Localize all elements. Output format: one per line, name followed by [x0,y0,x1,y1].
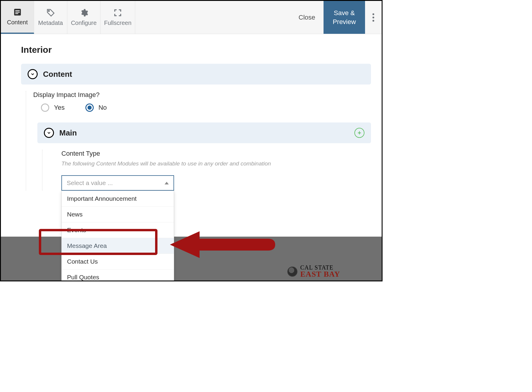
option-pull-quotes[interactable]: Pull Quotes [62,269,174,281]
option-contact-us[interactable]: Contact Us [62,254,174,269]
radio-yes[interactable]: Yes [41,103,65,112]
tab-configure[interactable]: Configure [67,1,101,34]
save-preview-button[interactable]: Save & Preview [324,1,365,34]
option-events[interactable]: Events [62,222,174,238]
content-type-select[interactable]: Select a value ... [61,175,174,191]
footer-logo: CAL STATE EAST BAY [287,264,340,279]
content-type-label: Content Type [61,150,371,157]
content-type-dropdown: Select a value ... Important Announcemen… [61,175,174,191]
page-title: Interior [12,45,371,55]
display-impact-label: Display Impact Image? [33,91,371,99]
svg-rect-3 [15,13,18,14]
radio-icon [85,103,94,112]
option-message-area[interactable]: Message Area [62,238,174,254]
section-title: Content [43,70,72,79]
tab-content[interactable]: Content [1,1,34,34]
tab-fullscreen[interactable]: Fullscreen [101,1,135,34]
display-impact-radios: Yes No [33,103,371,112]
tab-label: Configure [71,20,97,26]
content-type-description: The following Content Modules will be av… [61,160,371,167]
close-button[interactable]: Close [290,1,324,34]
content-icon [13,8,22,17]
section-main-header[interactable]: Main [37,122,371,143]
more-menu-button[interactable] [365,1,382,34]
callout-arrow [161,230,277,259]
tab-label: Content [7,19,28,26]
tab-label: Metadata [38,20,63,26]
fullscreen-icon [113,8,122,17]
add-icon[interactable] [354,128,364,138]
radio-no[interactable]: No [85,103,107,112]
toolbar: Content Metadata Configure Fullscreen Cl… [1,1,382,34]
option-news[interactable]: News [62,206,174,222]
tab-metadata[interactable]: Metadata [34,1,67,34]
dropdown-placeholder: Select a value ... [67,179,113,187]
tab-label: Fullscreen [104,20,131,26]
svg-point-4 [48,10,49,12]
section-title: Main [59,128,77,138]
content-type-menu: Important Announcement News Events Messa… [61,191,174,281]
option-important-announcement[interactable]: Important Announcement [62,191,174,206]
chevron-down-icon[interactable] [28,69,38,79]
svg-rect-1 [15,10,20,11]
svg-rect-2 [15,12,20,13]
tag-icon [46,8,55,17]
radio-icon [41,103,49,112]
caret-up-icon [165,182,169,184]
chevron-down-icon[interactable] [44,128,54,138]
gear-icon [79,8,88,17]
seal-icon [287,267,297,277]
section-content-header[interactable]: Content [21,64,371,85]
